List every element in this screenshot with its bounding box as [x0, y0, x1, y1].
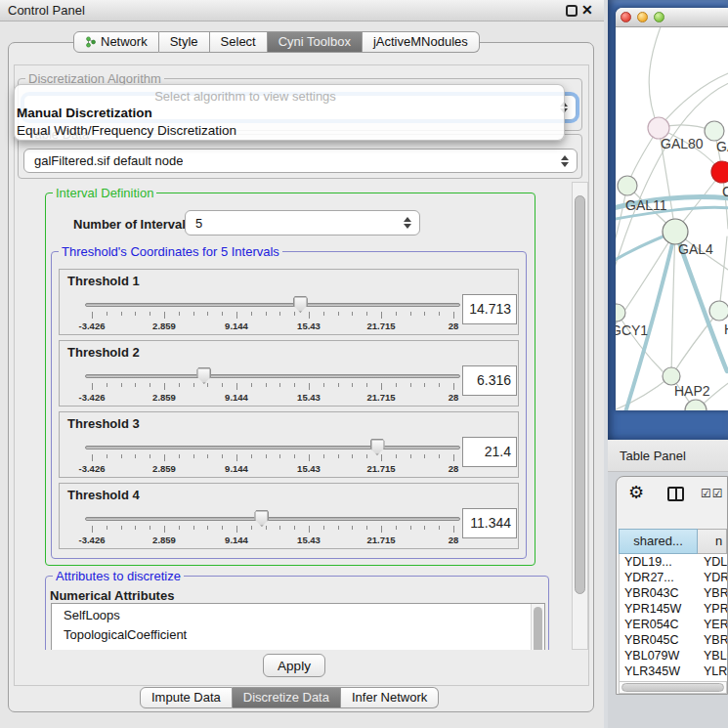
threshold-slider[interactable]: -3.4262.8599.14415.4321.71528: [85, 510, 460, 545]
slider-thumb[interactable]: [293, 296, 308, 313]
control-panel-titlebar[interactable]: Control Panel ✕: [0, 0, 604, 21]
tab-select[interactable]: Select: [210, 31, 268, 53]
threshold-value-field[interactable]: 21.4: [462, 437, 517, 467]
tick-label: 28: [449, 392, 459, 403]
network-edge: [671, 311, 719, 376]
slider-track[interactable]: [85, 517, 460, 521]
cell-name[interactable]: YDL1: [698, 554, 727, 570]
table-data-combobox[interactable]: galFiltered.sif default node: [23, 149, 578, 173]
table-hscrollbar-thumb[interactable]: [621, 683, 724, 692]
cell-name[interactable]: YLR3: [698, 664, 727, 679]
dropdown-option[interactable]: Manual Discretization: [15, 105, 564, 122]
tab-network[interactable]: Network: [73, 31, 159, 53]
cell-shared-name[interactable]: YBL079W: [620, 648, 698, 664]
attributes-group-label: Attributes to discretize: [53, 569, 184, 583]
list-scrollbar-thumb[interactable]: [534, 607, 542, 650]
table-rows[interactable]: YDL19...YDL1YDR27...YDR2YBR043CYBR0YPR14…: [619, 554, 727, 681]
float-window-icon[interactable]: [566, 5, 578, 17]
minimize-traffic-light-icon[interactable]: [637, 12, 648, 22]
tab-cyni-toolbox[interactable]: Cyni Toolbox: [268, 31, 363, 53]
threshold-label: Threshold 2: [67, 345, 140, 360]
table-hscrollbar[interactable]: [619, 681, 727, 694]
close-icon[interactable]: ✕: [581, 2, 593, 18]
cell-shared-name[interactable]: YDL19...: [620, 554, 698, 570]
cell-name[interactable]: YDR2: [698, 570, 727, 585]
tab-discretize-data[interactable]: Discretize Data: [233, 687, 341, 708]
threshold-panel-3: Threshold 3-3.4262.8599.14415.4321.71528…: [59, 411, 519, 478]
threshold-slider[interactable]: -3.4262.8599.14415.4321.71528: [85, 367, 460, 403]
table-row[interactable]: YPR145WYPR1: [620, 601, 727, 617]
cell-shared-name[interactable]: YBR045C: [620, 632, 698, 648]
threshold-slider[interactable]: -3.4262.8599.14415.4321.71528: [85, 296, 460, 331]
check-icon[interactable]: ☑: [701, 487, 712, 500]
table-panel-titlebar[interactable]: Table Panel: [608, 440, 728, 472]
cell-shared-name[interactable]: YLR345W: [620, 664, 698, 679]
column-header-shared-name[interactable]: shared...: [619, 529, 698, 554]
network-view-frame: GAL80GACGAL11GAL4GCY1HHAP2: [608, 0, 728, 440]
table-row[interactable]: YDL19...YDL1: [620, 554, 727, 570]
zoom-traffic-light-icon[interactable]: [654, 12, 664, 22]
network-node[interactable]: [705, 121, 724, 141]
tick-label: 9.144: [225, 392, 248, 403]
gear-icon[interactable]: ⚙: [628, 484, 644, 501]
network-window-titlebar[interactable]: [616, 8, 728, 27]
network-canvas[interactable]: GAL80GACGAL11GAL4GCY1HHAP2: [616, 27, 728, 410]
threshold-slider[interactable]: -3.4262.8599.14415.4321.71528: [85, 439, 460, 474]
attributes-group: Attributes to discretize Numerical Attri…: [45, 576, 549, 650]
cell-name[interactable]: YER0: [698, 617, 727, 632]
network-node[interactable]: [618, 176, 637, 195]
cell-shared-name[interactable]: YPR145W: [620, 601, 698, 617]
list-scrollbar[interactable]: [531, 604, 544, 650]
threshold-value-field[interactable]: 14.713: [462, 294, 517, 324]
network-node-label: GAL80: [661, 136, 704, 151]
cell-shared-name[interactable]: YDR27...: [620, 570, 698, 585]
apply-button[interactable]: Apply: [263, 654, 325, 677]
combo-arrows-icon: [561, 155, 569, 167]
network-node[interactable]: [709, 301, 728, 321]
column-layout-icon[interactable]: [667, 487, 684, 501]
close-traffic-light-icon[interactable]: [621, 12, 631, 22]
cell-name[interactable]: YBR0: [698, 632, 727, 648]
network-node[interactable]: [616, 304, 625, 321]
table-row[interactable]: YDR27...YDR2: [620, 570, 727, 585]
tick-label: 9.144: [225, 463, 248, 474]
table-row[interactable]: YBR045CYBR0: [620, 632, 727, 648]
threshold-value-field[interactable]: 6.316: [462, 365, 517, 396]
column-header-name[interactable]: n: [698, 529, 727, 554]
attributes-listbox[interactable]: SelfLoopsTopologicalCoefficientBetweenne…: [51, 603, 545, 650]
threshold-value-field[interactable]: 11.344: [462, 508, 517, 538]
cell-shared-name[interactable]: YBR043C: [620, 585, 698, 601]
table-row[interactable]: YER054CYER0: [620, 617, 727, 632]
slider-track[interactable]: [85, 374, 460, 378]
slider-thumb[interactable]: [370, 439, 385, 455]
tab-impute-data[interactable]: Impute Data: [140, 687, 233, 708]
table-row[interactable]: YLR345WYLR3: [620, 664, 727, 679]
num-intervals-combobox[interactable]: 5: [185, 210, 420, 236]
tick-label: 15.43: [297, 321, 321, 331]
check-icon[interactable]: ☑: [712, 487, 724, 500]
cell-name[interactable]: YBL0: [698, 648, 727, 664]
slider-thumb[interactable]: [196, 367, 211, 384]
settings-scrollbar[interactable]: [572, 182, 588, 650]
tab-jactivemnodules[interactable]: jActiveMNodules: [363, 31, 480, 53]
cell-name[interactable]: YPR1: [698, 601, 727, 617]
slider-track[interactable]: [85, 446, 460, 450]
settings-scrollbar-thumb[interactable]: [575, 195, 585, 594]
table-row[interactable]: YBR043CYBR0: [620, 585, 727, 601]
dropdown-option[interactable]: Equal Width/Frequency Discretization: [15, 122, 564, 140]
slider-thumb[interactable]: [254, 510, 269, 527]
slider-tick-labels: -3.4262.8599.14415.4321.71528: [92, 535, 453, 544]
numerical-attributes-label: Numerical Attributes: [50, 588, 174, 603]
attribute-list-item[interactable]: BetweennessCentrality: [52, 645, 544, 650]
network-node-label: C: [722, 184, 728, 199]
cell-name[interactable]: YBR0: [698, 585, 727, 601]
checkbox-icons[interactable]: ☑☑: [701, 487, 724, 500]
tab-style[interactable]: Style: [159, 31, 210, 53]
attribute-list-item[interactable]: SelfLoops: [52, 604, 544, 625]
tab-infer-network[interactable]: Infer Network: [341, 687, 439, 708]
attribute-list-item[interactable]: TopologicalCoefficient: [52, 625, 544, 645]
table-row[interactable]: YBL079WYBL0: [620, 648, 727, 664]
slider-track[interactable]: [85, 303, 460, 307]
cell-shared-name[interactable]: YER054C: [620, 617, 698, 632]
network-node[interactable]: [711, 161, 728, 183]
